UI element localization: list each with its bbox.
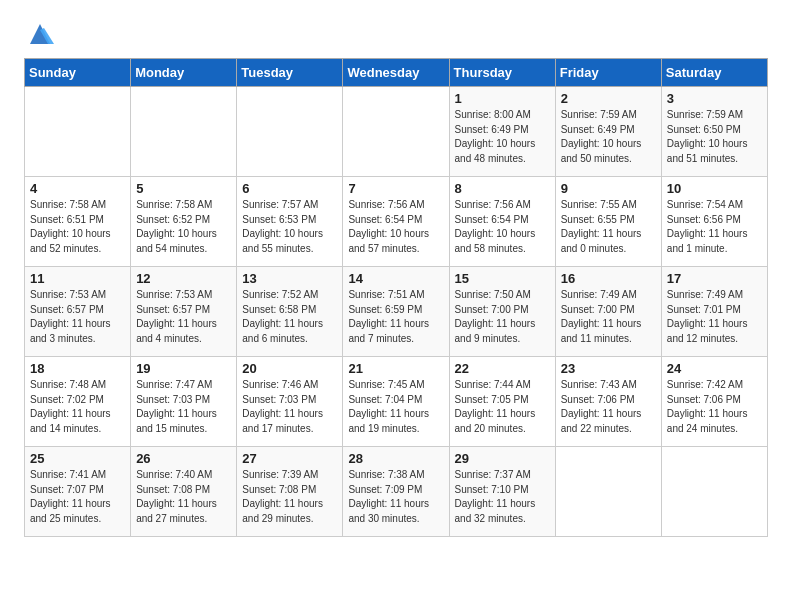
day-info: Sunrise: 7:41 AMSunset: 7:07 PMDaylight:… — [30, 468, 125, 526]
calendar-week-row: 18Sunrise: 7:48 AMSunset: 7:02 PMDayligh… — [25, 357, 768, 447]
day-number: 12 — [136, 271, 231, 286]
calendar-cell — [661, 447, 767, 537]
calendar-week-row: 1Sunrise: 8:00 AMSunset: 6:49 PMDaylight… — [25, 87, 768, 177]
day-info: Sunrise: 7:56 AMSunset: 6:54 PMDaylight:… — [348, 198, 443, 256]
day-number: 23 — [561, 361, 656, 376]
day-number: 1 — [455, 91, 550, 106]
calendar-cell — [555, 447, 661, 537]
calendar-cell: 28Sunrise: 7:38 AMSunset: 7:09 PMDayligh… — [343, 447, 449, 537]
calendar-cell: 10Sunrise: 7:54 AMSunset: 6:56 PMDayligh… — [661, 177, 767, 267]
day-number: 10 — [667, 181, 762, 196]
calendar-cell: 15Sunrise: 7:50 AMSunset: 7:00 PMDayligh… — [449, 267, 555, 357]
day-number: 11 — [30, 271, 125, 286]
day-number: 4 — [30, 181, 125, 196]
day-number: 15 — [455, 271, 550, 286]
day-number: 6 — [242, 181, 337, 196]
day-number: 2 — [561, 91, 656, 106]
day-info: Sunrise: 7:59 AMSunset: 6:50 PMDaylight:… — [667, 108, 762, 166]
day-info: Sunrise: 7:51 AMSunset: 6:59 PMDaylight:… — [348, 288, 443, 346]
calendar-cell — [237, 87, 343, 177]
day-info: Sunrise: 7:43 AMSunset: 7:06 PMDaylight:… — [561, 378, 656, 436]
day-info: Sunrise: 7:57 AMSunset: 6:53 PMDaylight:… — [242, 198, 337, 256]
calendar-cell: 12Sunrise: 7:53 AMSunset: 6:57 PMDayligh… — [131, 267, 237, 357]
calendar-cell: 1Sunrise: 8:00 AMSunset: 6:49 PMDaylight… — [449, 87, 555, 177]
day-number: 17 — [667, 271, 762, 286]
calendar-cell: 29Sunrise: 7:37 AMSunset: 7:10 PMDayligh… — [449, 447, 555, 537]
day-info: Sunrise: 7:55 AMSunset: 6:55 PMDaylight:… — [561, 198, 656, 256]
calendar-cell — [131, 87, 237, 177]
day-number: 27 — [242, 451, 337, 466]
day-number: 29 — [455, 451, 550, 466]
day-info: Sunrise: 7:58 AMSunset: 6:51 PMDaylight:… — [30, 198, 125, 256]
day-number: 18 — [30, 361, 125, 376]
calendar-cell: 26Sunrise: 7:40 AMSunset: 7:08 PMDayligh… — [131, 447, 237, 537]
day-number: 8 — [455, 181, 550, 196]
calendar-cell: 3Sunrise: 7:59 AMSunset: 6:50 PMDaylight… — [661, 87, 767, 177]
day-of-week-header: Saturday — [661, 59, 767, 87]
calendar-cell: 9Sunrise: 7:55 AMSunset: 6:55 PMDaylight… — [555, 177, 661, 267]
day-of-week-header: Wednesday — [343, 59, 449, 87]
day-info: Sunrise: 7:53 AMSunset: 6:57 PMDaylight:… — [136, 288, 231, 346]
day-info: Sunrise: 7:56 AMSunset: 6:54 PMDaylight:… — [455, 198, 550, 256]
calendar-cell: 27Sunrise: 7:39 AMSunset: 7:08 PMDayligh… — [237, 447, 343, 537]
calendar-cell: 5Sunrise: 7:58 AMSunset: 6:52 PMDaylight… — [131, 177, 237, 267]
day-number: 20 — [242, 361, 337, 376]
day-info: Sunrise: 7:44 AMSunset: 7:05 PMDaylight:… — [455, 378, 550, 436]
day-info: Sunrise: 7:40 AMSunset: 7:08 PMDaylight:… — [136, 468, 231, 526]
day-number: 26 — [136, 451, 231, 466]
day-info: Sunrise: 7:42 AMSunset: 7:06 PMDaylight:… — [667, 378, 762, 436]
calendar-week-row: 11Sunrise: 7:53 AMSunset: 6:57 PMDayligh… — [25, 267, 768, 357]
calendar-cell: 7Sunrise: 7:56 AMSunset: 6:54 PMDaylight… — [343, 177, 449, 267]
calendar-cell: 19Sunrise: 7:47 AMSunset: 7:03 PMDayligh… — [131, 357, 237, 447]
logo — [24, 20, 54, 48]
day-number: 16 — [561, 271, 656, 286]
day-of-week-header: Tuesday — [237, 59, 343, 87]
day-of-week-header: Friday — [555, 59, 661, 87]
day-info: Sunrise: 7:45 AMSunset: 7:04 PMDaylight:… — [348, 378, 443, 436]
calendar-cell: 21Sunrise: 7:45 AMSunset: 7:04 PMDayligh… — [343, 357, 449, 447]
day-info: Sunrise: 7:52 AMSunset: 6:58 PMDaylight:… — [242, 288, 337, 346]
calendar-week-row: 25Sunrise: 7:41 AMSunset: 7:07 PMDayligh… — [25, 447, 768, 537]
day-info: Sunrise: 7:47 AMSunset: 7:03 PMDaylight:… — [136, 378, 231, 436]
day-info: Sunrise: 8:00 AMSunset: 6:49 PMDaylight:… — [455, 108, 550, 166]
day-number: 9 — [561, 181, 656, 196]
day-number: 3 — [667, 91, 762, 106]
day-info: Sunrise: 7:54 AMSunset: 6:56 PMDaylight:… — [667, 198, 762, 256]
day-number: 14 — [348, 271, 443, 286]
day-of-week-header: Sunday — [25, 59, 131, 87]
day-info: Sunrise: 7:48 AMSunset: 7:02 PMDaylight:… — [30, 378, 125, 436]
calendar-cell: 16Sunrise: 7:49 AMSunset: 7:00 PMDayligh… — [555, 267, 661, 357]
calendar-cell: 20Sunrise: 7:46 AMSunset: 7:03 PMDayligh… — [237, 357, 343, 447]
calendar-cell: 25Sunrise: 7:41 AMSunset: 7:07 PMDayligh… — [25, 447, 131, 537]
day-of-week-header: Monday — [131, 59, 237, 87]
calendar-cell: 24Sunrise: 7:42 AMSunset: 7:06 PMDayligh… — [661, 357, 767, 447]
day-number: 21 — [348, 361, 443, 376]
calendar-cell: 2Sunrise: 7:59 AMSunset: 6:49 PMDaylight… — [555, 87, 661, 177]
day-info: Sunrise: 7:38 AMSunset: 7:09 PMDaylight:… — [348, 468, 443, 526]
day-number: 22 — [455, 361, 550, 376]
calendar-header-row: SundayMondayTuesdayWednesdayThursdayFrid… — [25, 59, 768, 87]
day-number: 7 — [348, 181, 443, 196]
calendar-cell: 23Sunrise: 7:43 AMSunset: 7:06 PMDayligh… — [555, 357, 661, 447]
calendar-week-row: 4Sunrise: 7:58 AMSunset: 6:51 PMDaylight… — [25, 177, 768, 267]
page-header — [24, 20, 768, 48]
day-number: 13 — [242, 271, 337, 286]
calendar-cell: 4Sunrise: 7:58 AMSunset: 6:51 PMDaylight… — [25, 177, 131, 267]
day-info: Sunrise: 7:58 AMSunset: 6:52 PMDaylight:… — [136, 198, 231, 256]
calendar-cell: 17Sunrise: 7:49 AMSunset: 7:01 PMDayligh… — [661, 267, 767, 357]
logo-icon — [26, 20, 54, 48]
day-number: 24 — [667, 361, 762, 376]
day-of-week-header: Thursday — [449, 59, 555, 87]
day-number: 19 — [136, 361, 231, 376]
day-info: Sunrise: 7:53 AMSunset: 6:57 PMDaylight:… — [30, 288, 125, 346]
day-info: Sunrise: 7:37 AMSunset: 7:10 PMDaylight:… — [455, 468, 550, 526]
day-number: 25 — [30, 451, 125, 466]
day-number: 28 — [348, 451, 443, 466]
day-info: Sunrise: 7:46 AMSunset: 7:03 PMDaylight:… — [242, 378, 337, 436]
calendar-table: SundayMondayTuesdayWednesdayThursdayFrid… — [24, 58, 768, 537]
day-info: Sunrise: 7:50 AMSunset: 7:00 PMDaylight:… — [455, 288, 550, 346]
calendar-cell: 22Sunrise: 7:44 AMSunset: 7:05 PMDayligh… — [449, 357, 555, 447]
day-info: Sunrise: 7:59 AMSunset: 6:49 PMDaylight:… — [561, 108, 656, 166]
day-number: 5 — [136, 181, 231, 196]
calendar-cell: 11Sunrise: 7:53 AMSunset: 6:57 PMDayligh… — [25, 267, 131, 357]
